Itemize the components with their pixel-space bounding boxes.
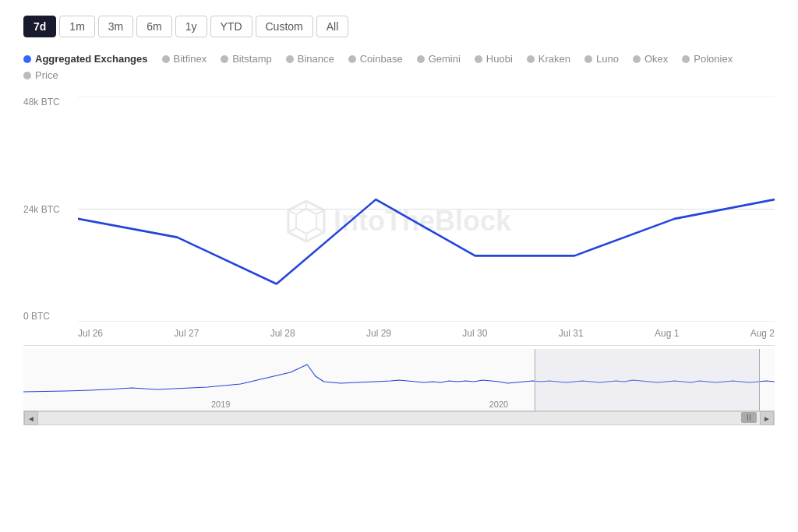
legend-item-gemini[interactable]: Gemini [417, 53, 461, 65]
legend-item-price[interactable]: Price [23, 69, 58, 81]
time-tab-7d[interactable]: 7d [23, 16, 56, 37]
scroll-right-button[interactable]: ► [760, 411, 774, 425]
legend-item-poloniex[interactable]: Poloniex [682, 53, 733, 65]
legend-dot-9 [633, 55, 641, 63]
scrollbar-inner [38, 412, 760, 425]
legend-dot-3 [286, 55, 294, 63]
time-tab-3m[interactable]: 3m [98, 16, 133, 37]
scrollbar-thumb-lines [747, 414, 750, 421]
legend-item-huobi[interactable]: Huobi [475, 53, 513, 65]
scroll-left-button[interactable]: ◄ [24, 411, 38, 425]
main-chart-area: 48k BTC 24k BTC 0 BTC IntoTheBlock [23, 97, 775, 346]
mini-year-2020: 2020 [489, 400, 508, 409]
time-tab-all[interactable]: All [316, 16, 349, 37]
legend-label-11: Price [35, 69, 58, 81]
x-label-aug2: Aug 2 [750, 328, 775, 339]
time-tab-1m[interactable]: 1m [59, 16, 94, 37]
mini-chart-wrapper: 2019 2020 [23, 349, 775, 411]
x-label-jul26: Jul 26 [78, 328, 103, 339]
legend-label-5: Gemini [429, 53, 461, 65]
legend-label-3: Binance [298, 53, 334, 65]
legend-label-10: Poloniex [694, 53, 733, 65]
legend-label-4: Coinbase [360, 53, 403, 65]
legend-item-kraken[interactable]: Kraken [527, 53, 570, 65]
y-label-48k: 48k BTC [23, 97, 78, 107]
x-label-jul31: Jul 31 [559, 328, 584, 339]
legend-dot-0 [23, 55, 31, 63]
legend-label-7: Kraken [538, 53, 570, 65]
time-tab-custom[interactable]: Custom [256, 16, 313, 37]
legend-label-1: Bitfinex [174, 53, 207, 65]
legend-dot-7 [527, 55, 535, 63]
main-container: 7d1m3m6m1yYTDCustomAll Aggregated Exchan… [0, 0, 798, 433]
thumb-line-1 [747, 414, 748, 421]
legend-dot-2 [221, 55, 228, 63]
legend-item-okex[interactable]: Okex [633, 53, 668, 65]
legend: Aggregated ExchangesBitfinexBitstampBina… [23, 53, 775, 81]
legend-item-bitfinex[interactable]: Bitfinex [162, 53, 207, 65]
legend-item-aggregated-exchanges[interactable]: Aggregated Exchanges [23, 53, 148, 65]
chart-wrapper: 48k BTC 24k BTC 0 BTC IntoTheBlock [23, 97, 775, 425]
legend-item-coinbase[interactable]: Coinbase [348, 53, 403, 65]
legend-dot-5 [417, 55, 425, 63]
y-label-0: 0 BTC [23, 311, 78, 322]
time-tab-6m[interactable]: 6m [136, 16, 171, 37]
x-axis: Jul 26 Jul 27 Jul 28 Jul 29 Jul 30 Jul 3… [78, 322, 775, 345]
legend-item-bitstamp[interactable]: Bitstamp [221, 53, 272, 65]
time-tabs: 7d1m3m6m1yYTDCustomAll [23, 16, 775, 37]
x-label-jul29: Jul 29 [366, 328, 391, 339]
legend-dot-11 [23, 72, 31, 79]
scrollbar-track: ◄ ► [23, 411, 775, 425]
thumb-line-2 [750, 414, 750, 421]
legend-dot-10 [682, 55, 690, 63]
legend-label-6: Huobi [486, 53, 513, 65]
legend-item-luno[interactable]: Luno [584, 53, 619, 65]
mini-year-2019: 2019 [211, 400, 230, 409]
legend-dot-4 [348, 55, 356, 63]
x-label-jul27: Jul 27 [174, 328, 199, 339]
legend-dot-6 [475, 55, 482, 63]
time-tab-ytd[interactable]: YTD [210, 16, 252, 37]
time-tab-1y[interactable]: 1y [175, 16, 207, 37]
y-label-24k: 24k BTC [23, 204, 78, 215]
legend-label-0: Aggregated Exchanges [35, 53, 148, 65]
x-label-aug1: Aug 1 [655, 328, 679, 339]
x-label-jul30: Jul 30 [462, 328, 487, 339]
x-label-jul28: Jul 28 [270, 328, 295, 339]
legend-label-9: Okex [644, 53, 668, 65]
legend-dot-1 [162, 55, 170, 63]
legend-item-binance[interactable]: Binance [286, 53, 334, 65]
chart-svg-container [78, 97, 775, 322]
mini-highlight [535, 349, 760, 410]
scrollbar-thumb[interactable] [741, 412, 757, 423]
legend-label-8: Luno [596, 53, 619, 65]
legend-dot-8 [584, 55, 592, 63]
main-chart-svg [78, 97, 775, 322]
legend-label-2: Bitstamp [232, 53, 272, 65]
y-axis: 48k BTC 24k BTC 0 BTC [23, 97, 78, 345]
